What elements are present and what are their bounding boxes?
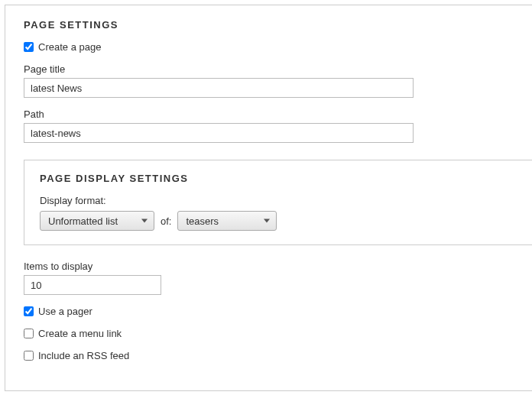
menu-link-row: Create a menu link xyxy=(24,328,514,339)
row-style-select-wrap: teasers xyxy=(177,211,277,231)
row-style-select[interactable]: teasers xyxy=(177,211,277,231)
row-style-value: teasers xyxy=(186,215,219,227)
page-title-label: Page title xyxy=(24,63,514,75)
display-format-row: Unformatted list of: teasers xyxy=(40,211,519,231)
use-pager-label[interactable]: Use a pager xyxy=(38,306,92,317)
display-format-value: Unformatted list xyxy=(48,215,118,227)
page-display-settings-panel: PAGE DISPLAY SETTINGS Display format: Un… xyxy=(24,160,532,245)
use-pager-checkbox[interactable] xyxy=(24,306,34,316)
create-page-checkbox[interactable] xyxy=(24,42,34,52)
menu-link-label[interactable]: Create a menu link xyxy=(38,328,122,339)
display-format-label: Display format: xyxy=(40,195,519,206)
page-settings-panel: PAGE SETTINGS Create a page Page title P… xyxy=(5,5,532,391)
display-format-select[interactable]: Unformatted list xyxy=(40,211,154,231)
rss-feed-checkbox[interactable] xyxy=(24,351,34,361)
display-settings-title: PAGE DISPLAY SETTINGS xyxy=(40,173,519,184)
display-format-select-wrap: Unformatted list xyxy=(40,211,154,231)
create-page-label[interactable]: Create a page xyxy=(38,41,101,53)
chevron-down-icon xyxy=(264,219,270,223)
rss-feed-row: Include an RSS feed xyxy=(24,350,514,361)
path-label: Path xyxy=(24,108,514,120)
page-title-input[interactable] xyxy=(24,78,414,98)
section-title: PAGE SETTINGS xyxy=(24,19,514,31)
path-input[interactable] xyxy=(24,123,414,143)
items-to-display-label: Items to display xyxy=(24,261,514,272)
use-pager-row: Use a pager xyxy=(24,306,514,317)
chevron-down-icon xyxy=(141,219,148,223)
of-text: of: xyxy=(161,215,171,227)
items-to-display-input[interactable] xyxy=(24,275,161,295)
menu-link-checkbox[interactable] xyxy=(24,329,34,338)
rss-feed-label[interactable]: Include an RSS feed xyxy=(38,350,129,361)
create-page-row: Create a page xyxy=(24,41,514,53)
